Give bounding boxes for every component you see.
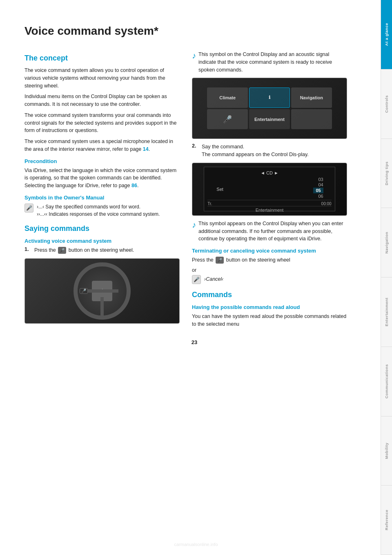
control-display-image: Climate ℹ Navigation 🎤 Entertainment — [192, 78, 347, 139]
cd-cell-info: ℹ — [249, 87, 290, 108]
terminating-heading: Terminating or canceling voice command s… — [192, 248, 347, 254]
sidebar-label-reference: Reference — [384, 510, 389, 530]
concept-para4: The voice command system uses a special … — [24, 138, 180, 153]
cd-header: ◄ CD ► — [207, 170, 331, 175]
page-ref-14[interactable]: 14 — [143, 146, 149, 152]
spoke-vertical — [100, 297, 104, 318]
symbols-heading: Symbols in the Owner's Manual — [24, 195, 180, 201]
track-04: 04 — [318, 182, 323, 187]
microphone-icon: 🎤 — [24, 204, 33, 213]
step-1-text: Press the 🎤 button on the steering wheel… — [34, 246, 134, 254]
sidebar-at-a-glance[interactable]: At a glance — [381, 0, 392, 69]
sidebar-navigation[interactable]: Navigation — [381, 208, 392, 278]
cd-entertainment-label: Entertainment — [207, 206, 331, 213]
cd-track-label: Tr. — [207, 201, 212, 206]
cd-footer: Tr. 00:00 — [207, 200, 331, 206]
cd-tracks: 03 04 05 06 — [207, 177, 331, 199]
voice-ready-note: ♪ This symbol on the Control Display and… — [192, 51, 347, 74]
voice-ready-text: This symbol on the Control Display and a… — [198, 51, 347, 74]
cancel-mic-icon: 🎤 — [192, 275, 201, 284]
terminate-button-icon: 🎤 — [216, 257, 224, 264]
cd-cell-voice: 🎤 — [207, 109, 248, 130]
saying-commands-heading: Saying commands — [24, 224, 180, 233]
having-aloud-heading: Having the possible commands read aloud — [192, 304, 347, 310]
track-03: 03 — [318, 177, 323, 182]
activating-heading: Activating voice command system — [24, 238, 180, 244]
page-title: Voice command system* — [24, 25, 364, 38]
concept-heading: The concept — [24, 54, 180, 63]
symbol-row-1: 🎤 ›...‹ Say the specified commands word … — [24, 203, 180, 218]
sidebar-label-driving-tips: Driving tips — [384, 161, 389, 185]
cancel-row: 🎤 ›Cancel‹ — [192, 275, 347, 284]
cd-grid: Climate ℹ Navigation 🎤 Entertainment — [204, 84, 335, 132]
steering-wheel-graphic: ✦ 🎤 — [74, 262, 131, 320]
step-2-text: Say the command. The command appears on … — [202, 143, 309, 159]
sidebar-entertainment[interactable]: Entertainment — [381, 278, 392, 347]
additional-voice-icon: ♪ — [192, 220, 196, 230]
sidebar-reference[interactable]: Reference — [381, 486, 392, 555]
cd-player-image: ◄ CD ► 03 04 05 06 Set Tr. 00:00 Enterta… — [192, 163, 347, 216]
track-06: 06 — [318, 194, 323, 199]
two-col-layout: The concept The voice command system all… — [24, 47, 364, 331]
sidebar-label-communications: Communications — [384, 364, 389, 398]
step-1-number: 1. — [24, 246, 31, 252]
page-ref-86[interactable]: 86 — [131, 183, 137, 188]
page-number: 23 — [24, 339, 364, 345]
voice-ready-icon: ♪ — [192, 51, 196, 60]
concept-para1: The voice command system allows you to c… — [24, 67, 180, 90]
sidebar-label-controls: Controls — [384, 95, 389, 113]
steering-button-icon: 🎤 — [58, 247, 66, 254]
terminating-text: Press the 🎤 button on the steering wheel — [192, 256, 347, 264]
additional-note: ♪ This symbol appears on the Control Dis… — [192, 220, 347, 243]
sidebar-label-navigation: Navigation — [384, 232, 389, 254]
cd-cell-navigation: Navigation — [291, 87, 332, 108]
cd-player-graphic: ◄ CD ► 03 04 05 06 Set Tr. 00:00 Enterta… — [204, 167, 335, 211]
sidebar-label-entertainment: Entertainment — [384, 298, 389, 326]
or-text: or — [192, 267, 347, 273]
spoke-horizontal — [86, 289, 118, 293]
sidebar-mobility[interactable]: Mobility — [381, 416, 392, 486]
having-aloud-text: You can have the system read aloud the p… — [192, 313, 347, 328]
button-mic-icon: 🎤 — [81, 289, 86, 293]
right-column: ♪ This symbol on the Control Display and… — [192, 47, 347, 331]
sidebar-driving-tips[interactable]: Driving tips — [381, 139, 392, 208]
main-content: Voice command system* The concept The vo… — [0, 0, 381, 555]
step-2-number: 2. — [192, 143, 198, 149]
step-2-row: 2. Say the command. The command appears … — [192, 143, 347, 159]
precondition-text: Via iDrive, select the language in which… — [24, 167, 180, 190]
sidebar-label-at-a-glance: At a glance — [384, 23, 389, 46]
concept-para2: Individual menu items on the Control Dis… — [24, 93, 180, 108]
step-1-row: 1. Press the 🎤 button on the steering wh… — [24, 246, 180, 254]
watermark: carmanualsonline.info — [174, 542, 218, 547]
track-05-selected: 05 — [313, 188, 323, 193]
additional-note-text: This symbol appears on the Control Displ… — [198, 220, 347, 243]
concept-para3: The voice command system transforms your… — [24, 112, 180, 134]
cd-time: 00:00 — [321, 201, 332, 206]
cd-cell-climate: Climate — [207, 87, 248, 108]
sidebar-label-mobility: Mobility — [384, 443, 389, 459]
cd-cell-empty — [291, 109, 332, 130]
cd-cell-entertainment: Entertainment — [249, 109, 290, 130]
sidebar-controls[interactable]: Controls — [381, 69, 392, 139]
commands-heading: Commands — [192, 291, 347, 299]
cd-set-label: Set — [216, 187, 223, 192]
steering-wheel-image: ✦ 🎤 — [24, 258, 180, 324]
precondition-heading: Precondition — [24, 158, 180, 164]
sidebar: At a glance Controls Driving tips Naviga… — [381, 0, 392, 555]
symbol-text-1: ›...‹ Say the specified commands word fo… — [37, 203, 160, 218]
sidebar-communications[interactable]: Communications — [381, 347, 392, 416]
left-column: The concept The voice command system all… — [24, 47, 180, 331]
steering-voice-button[interactable]: 🎤 — [80, 288, 88, 294]
cancel-label: ›Cancel‹ — [204, 276, 223, 282]
